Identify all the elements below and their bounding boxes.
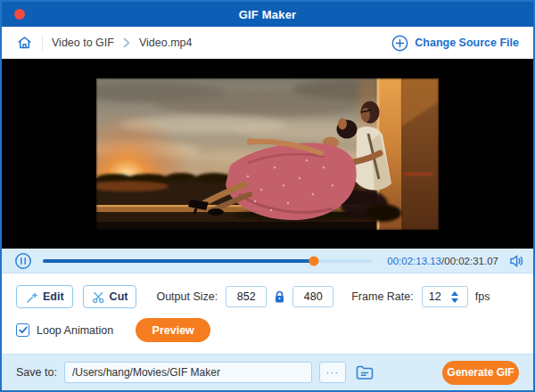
loop-animation-label: Loop Animation xyxy=(37,324,113,337)
output-size-label: Output Size: xyxy=(156,290,218,303)
fps-label: fps xyxy=(475,290,490,303)
edit-button[interactable]: Edit xyxy=(16,285,73,308)
scissors-icon xyxy=(92,290,105,304)
breadcrumb-item-video-to-gif[interactable]: Video to GIF xyxy=(52,37,114,49)
total-time: 00:02:31.07 xyxy=(444,256,498,266)
output-width-input[interactable] xyxy=(226,286,267,307)
frame-rate-label: Frame Rate: xyxy=(351,290,413,303)
cut-button[interactable]: Cut xyxy=(83,285,137,308)
chevron-right-icon xyxy=(123,37,130,48)
seek-thumb[interactable] xyxy=(309,256,318,265)
magic-wand-icon xyxy=(25,290,38,304)
output-height-input[interactable] xyxy=(292,286,333,307)
pause-button[interactable] xyxy=(14,252,32,270)
frame-rate-stepper xyxy=(422,286,468,307)
save-path-input[interactable] xyxy=(64,362,312,383)
window-title: GIF Maker xyxy=(239,8,297,21)
footer-bar: Save to: ··· Generate GIF xyxy=(2,354,533,390)
preview-button[interactable]: Preview xyxy=(136,318,210,342)
frame-rate-input[interactable] xyxy=(423,290,451,303)
folder-icon xyxy=(355,364,374,381)
change-source-file-button[interactable]: Change Source File xyxy=(391,35,519,52)
settings-row: Edit Cut Output Size: Frame Rate: xyxy=(16,285,519,308)
action-row: Loop Animation Preview xyxy=(16,318,519,342)
plus-circle-icon xyxy=(391,35,408,52)
breadcrumb-divider xyxy=(42,36,43,50)
stepper-up-icon[interactable] xyxy=(451,291,458,296)
controls-panel: Edit Cut Output Size: Frame Rate: xyxy=(2,274,533,354)
lock-icon[interactable] xyxy=(274,290,285,304)
stepper-down-icon[interactable] xyxy=(451,298,458,303)
browse-button[interactable]: ··· xyxy=(319,362,346,383)
breadcrumb: Video to GIF Video.mp4 Change Source Fil… xyxy=(2,27,533,59)
player-bar: 00:02:13.13/00:02:31.07 xyxy=(2,249,533,274)
stepper-arrows xyxy=(451,291,458,303)
current-time: 00:02:13.13 xyxy=(387,256,441,266)
seek-slider[interactable] xyxy=(43,255,373,267)
close-window-button[interactable] xyxy=(14,9,25,20)
seek-fill xyxy=(43,259,314,263)
volume-icon[interactable] xyxy=(509,254,524,268)
open-folder-button[interactable] xyxy=(355,364,374,381)
home-icon[interactable] xyxy=(16,35,33,51)
change-source-file-label: Change Source File xyxy=(415,37,519,49)
generate-gif-button[interactable]: Generate GIF xyxy=(442,361,519,385)
video-frame-image xyxy=(96,78,439,230)
title-bar: GIF Maker xyxy=(2,2,533,27)
breadcrumb-item-filename: Video.mp4 xyxy=(139,37,193,49)
loop-animation-checkbox[interactable]: Loop Animation xyxy=(16,323,113,337)
video-preview-area xyxy=(2,59,533,249)
time-display: 00:02:13.13/00:02:31.07 xyxy=(387,256,498,266)
checkbox-checked-icon[interactable] xyxy=(16,323,29,337)
save-to-label: Save to: xyxy=(16,366,57,379)
gif-maker-window: GIF Maker Video to GIF Video.mp4 Change … xyxy=(0,0,535,392)
